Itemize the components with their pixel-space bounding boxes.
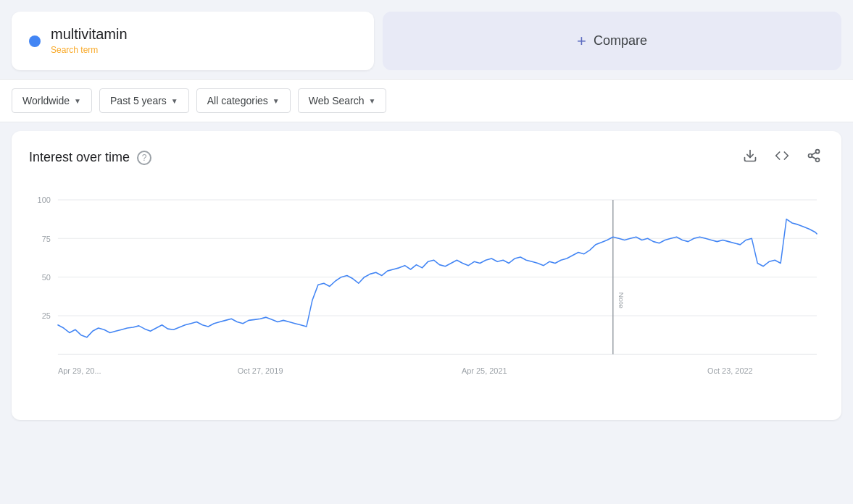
region-filter[interactable]: Worldwide ▼ [12,88,92,113]
svg-text:50: 50 [42,273,51,282]
svg-text:Oct 23, 2022: Oct 23, 2022 [707,366,753,375]
svg-text:Apr 29, 20...: Apr 29, 20... [58,366,101,375]
chart-header: Interest over time ? [29,146,824,169]
period-filter-arrow: ▼ [171,97,178,105]
svg-line-5 [812,152,816,154]
compare-plus-icon: + [577,32,586,51]
note-text: Note [617,292,625,308]
filters-bar: Worldwide ▼ Past 5 years ▼ All categorie… [0,79,853,122]
svg-text:75: 75 [42,234,51,243]
region-filter-arrow: ▼ [74,97,81,105]
type-filter-arrow: ▼ [368,97,375,105]
help-question-mark: ? [142,153,147,163]
search-dot-indicator [29,35,41,47]
download-button[interactable] [740,146,760,169]
help-icon[interactable]: ? [137,151,151,165]
share-icon [807,148,821,163]
chart-title: Interest over time [29,150,130,165]
chart-container: 100 75 50 25 Note Apr 29, 20... Oct 27, … [29,177,824,408]
region-filter-label: Worldwide [22,95,70,106]
download-icon [743,148,757,163]
search-card: multivitamin Search term [12,12,374,70]
type-filter-label: Web Search [309,95,365,106]
chart-section: Interest over time ? [12,131,841,420]
svg-text:100: 100 [38,196,51,204]
category-filter-arrow: ▼ [272,97,280,105]
top-section: multivitamin Search term + Compare [0,0,853,79]
svg-text:25: 25 [42,311,51,320]
category-filter-label: All categories [207,95,268,106]
search-text-group: multivitamin Search term [51,26,128,56]
compare-label: Compare [594,33,647,49]
svg-text:Oct 27, 2019: Oct 27, 2019 [238,366,283,375]
category-filter[interactable]: All categories ▼ [196,88,291,113]
embed-button[interactable] [772,146,792,169]
search-term: multivitamin [51,26,128,43]
chart-title-group: Interest over time ? [29,150,151,165]
compare-card[interactable]: + Compare [383,12,841,70]
svg-line-4 [812,156,816,159]
chart-actions [740,146,824,169]
period-filter-label: Past 5 years [110,95,167,106]
search-type-label: Search term [51,45,98,55]
type-filter[interactable]: Web Search ▼ [298,88,387,113]
period-filter[interactable]: Past 5 years ▼ [99,88,189,113]
trend-chart: 100 75 50 25 Note Apr 29, 20... Oct 27, … [29,177,824,408]
code-icon [775,148,789,163]
svg-text:Apr 25, 2021: Apr 25, 2021 [462,366,507,375]
share-button[interactable] [804,146,824,169]
